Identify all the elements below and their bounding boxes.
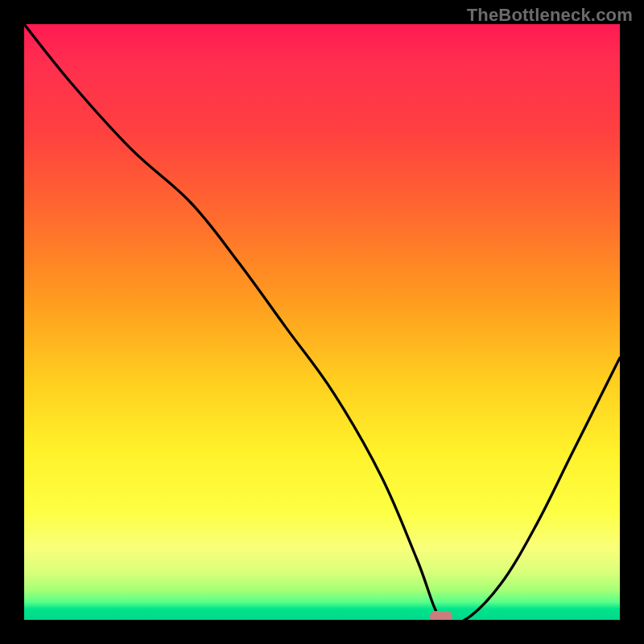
bottleneck-curve (24, 24, 620, 620)
plot-area (24, 24, 620, 620)
curve-layer (24, 24, 620, 620)
watermark-text: TheBottleneck.com (467, 5, 633, 26)
optimal-marker (430, 611, 452, 620)
chart-stage: TheBottleneck.com (0, 0, 644, 644)
